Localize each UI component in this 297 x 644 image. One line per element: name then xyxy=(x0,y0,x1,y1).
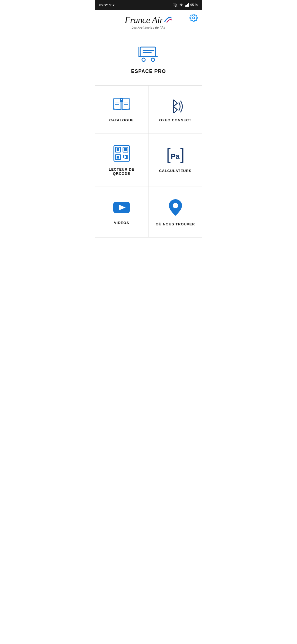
settings-button[interactable] xyxy=(189,14,198,22)
bluetooth-connect-icon xyxy=(166,97,185,113)
svg-point-17 xyxy=(121,101,122,101)
espace-pro-section[interactable]: ESPACE PRO xyxy=(95,33,202,86)
ou-nous-trouver-label: OÙ NOUS TROUVER xyxy=(156,222,195,226)
svg-rect-0 xyxy=(185,6,186,7)
svg-point-10 xyxy=(151,58,155,61)
svg-rect-35 xyxy=(125,158,126,159)
svg-rect-31 xyxy=(125,155,126,156)
signal-icon xyxy=(185,3,189,7)
svg-rect-3 xyxy=(188,3,189,7)
menu-grid: CATALOGUE OXEO CONNECT xyxy=(95,86,202,238)
svg-rect-1 xyxy=(186,5,187,7)
location-pin-icon xyxy=(167,198,184,217)
svg-text:Pa: Pa xyxy=(171,152,180,160)
svg-rect-34 xyxy=(126,156,128,158)
svg-rect-25 xyxy=(117,148,119,151)
catalogue-button[interactable]: CATALOGUE xyxy=(95,86,148,133)
videos-label: VIDÉOS xyxy=(114,221,129,225)
svg-rect-5 xyxy=(140,47,156,56)
qrcode-icon xyxy=(113,144,131,162)
calculateurs-button[interactable]: Pa CALCULATEURS xyxy=(148,133,202,187)
logo: France Air Les Architectes de l'Air xyxy=(125,15,172,29)
catalogue-label: CATALOGUE xyxy=(109,118,134,122)
svg-rect-30 xyxy=(123,155,124,156)
svg-point-40 xyxy=(173,203,178,208)
lecteur-qrcode-button[interactable]: LECTEUR DE QRCODE xyxy=(95,133,148,187)
oxeo-connect-button[interactable]: OXEO CONNECT xyxy=(148,86,202,133)
video-play-icon xyxy=(112,199,131,216)
svg-rect-33 xyxy=(123,156,124,158)
battery-level: 95 % xyxy=(190,3,198,7)
oxeo-connect-label: OXEO CONNECT xyxy=(159,118,191,122)
videos-button[interactable]: VIDÉOS xyxy=(95,187,148,238)
svg-point-9 xyxy=(142,58,145,61)
formula-icon: Pa xyxy=(166,147,185,164)
svg-rect-2 xyxy=(187,4,188,7)
status-icons: 95 % xyxy=(173,3,198,7)
lecteur-qrcode-label: LECTEUR DE QRCODE xyxy=(100,167,143,176)
wifi-icon xyxy=(179,3,184,7)
svg-rect-29 xyxy=(117,156,119,159)
status-bar: 09:21:07 95 % xyxy=(95,0,202,10)
logo-text: France Air xyxy=(125,15,172,25)
svg-rect-32 xyxy=(126,155,128,156)
logo-tagline: Les Architectes de l'Air xyxy=(131,26,165,29)
notification-muted-icon xyxy=(173,3,178,7)
book-open-icon xyxy=(112,97,131,113)
calculateurs-label: CALCULATEURS xyxy=(159,169,192,173)
espace-pro-label: ESPACE PRO xyxy=(131,69,166,74)
svg-rect-27 xyxy=(124,148,127,151)
svg-rect-36 xyxy=(126,158,128,159)
logo-swoosh-icon xyxy=(164,16,172,23)
status-time: 09:21:07 xyxy=(99,3,115,7)
cart-icon xyxy=(138,44,160,64)
ou-nous-trouver-button[interactable]: OÙ NOUS TROUVER xyxy=(148,187,202,238)
app-header: France Air Les Architectes de l'Air xyxy=(95,10,202,33)
svg-point-4 xyxy=(193,17,195,19)
